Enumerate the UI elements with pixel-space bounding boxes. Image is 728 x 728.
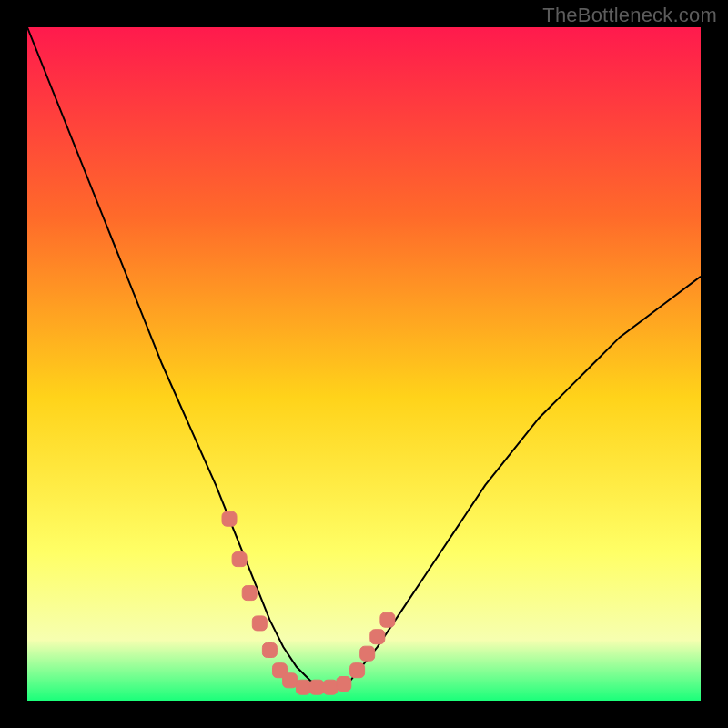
- marker-point: [380, 612, 395, 627]
- marker-point: [252, 616, 267, 631]
- marker-point: [323, 680, 338, 694]
- chart-root: TheBottleneck.com: [0, 0, 728, 728]
- marker-point: [222, 511, 237, 526]
- marker-point: [309, 680, 324, 694]
- watermark-text: TheBottleneck.com: [542, 4, 717, 27]
- marker-point: [337, 677, 351, 692]
- marker-point: [296, 680, 310, 694]
- marker-point: [350, 663, 365, 678]
- bottleneck-chart: [0, 0, 728, 728]
- marker-point: [232, 552, 247, 567]
- plot-background: [27, 27, 701, 701]
- marker-point: [360, 646, 375, 661]
- marker-point: [370, 630, 385, 644]
- marker-point: [262, 643, 277, 658]
- marker-point: [242, 586, 257, 601]
- marker-point: [283, 673, 298, 688]
